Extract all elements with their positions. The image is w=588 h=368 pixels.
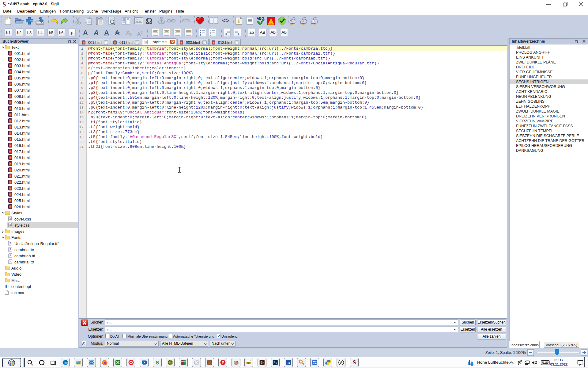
svg-text:PDF: PDF <box>247 362 251 364</box>
svg-text:<>: <> <box>222 17 229 24</box>
svg-text:S: S <box>352 359 356 366</box>
svg-text:Ω: Ω <box>146 17 153 25</box>
svg-text:1: 1 <box>210 29 211 32</box>
svg-text:S: S <box>156 360 159 366</box>
svg-text:A: A <box>10 248 12 251</box>
svg-text:A: A <box>10 254 12 257</box>
svg-text:A: A <box>10 242 12 245</box>
svg-text:3: 3 <box>210 34 211 36</box>
svg-text:FE: FE <box>286 361 290 364</box>
svg-text:i: i <box>238 18 239 25</box>
svg-text:Ps: Ps <box>273 361 277 364</box>
svg-text:P: P <box>221 360 224 365</box>
svg-text:2: 2 <box>210 32 211 34</box>
svg-text:Br: Br <box>260 361 264 364</box>
svg-text:A: A <box>10 260 12 263</box>
svg-text:A: A <box>340 361 342 365</box>
